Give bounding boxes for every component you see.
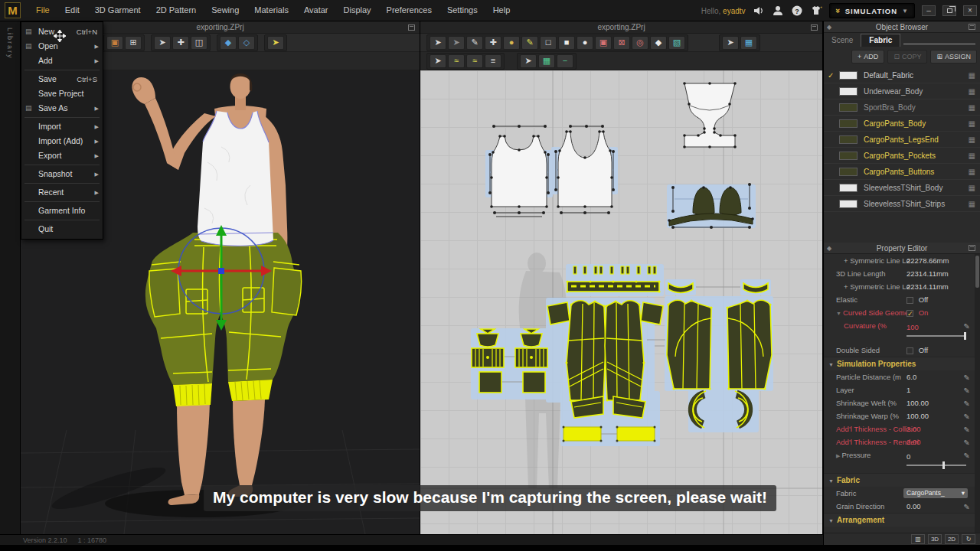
property-value[interactable]: 6.0 [906,370,916,383]
property-value[interactable]: 22314.11mm [906,280,949,293]
menu-display[interactable]: Display [336,0,379,21]
menu-settings[interactable]: Settings [439,0,485,21]
diamond-dart-icon[interactable]: ◆ [650,36,667,50]
view-2d-button[interactable]: 2D [945,534,959,544]
close-button[interactable]: × [963,5,977,16]
canvas-2d[interactable] [420,70,822,534]
circle-tool-icon[interactable]: ● [577,36,593,50]
fabric-row-cargopants_body[interactable]: CargoPants_Body▦ [824,116,980,132]
edit-pencil-icon[interactable]: ✎ [964,384,970,397]
speaker-icon[interactable] [753,5,765,17]
simulation-button[interactable]: » SIMULATION ▼ [829,3,915,18]
file-menu-item-quit[interactable]: Quit [21,222,103,236]
pattern-tank-front[interactable] [488,125,550,217]
grade-line-icon[interactable]: − [557,54,573,68]
restore-button[interactable] [942,5,956,16]
copy-button[interactable]: ⊡COPY [887,50,927,64]
property-value[interactable]: 2.00 [906,422,921,435]
fabric-row-cargopants_legsend[interactable]: CargoPants_LegsEnd▦ [824,132,980,148]
transform-template-icon[interactable]: ➤ [448,36,465,50]
grade-grid-icon[interactable]: ▦ [538,54,555,68]
property-value[interactable]: 1 [906,383,910,396]
section-arrangement[interactable]: ▼Arrangement [824,513,975,527]
dart-tool-icon[interactable]: ▣ [595,36,612,50]
checkbox[interactable] [906,297,913,304]
file-menu-item-export[interactable]: Export▶ [21,148,103,163]
file-menu-item-import[interactable]: Import▶ [21,119,103,134]
pattern-pant-back-right[interactable] [726,299,772,390]
minimize-button[interactable]: – [922,5,936,16]
free-sew-icon[interactable]: ≈ [448,54,465,68]
pattern-cuff-strip-right[interactable] [616,426,656,442]
show-garment-icon[interactable]: ◆ [220,36,237,50]
pin-icon[interactable]: ◆ [827,245,831,252]
edit-pencil-icon[interactable]: ✎ [964,371,970,384]
slider-track[interactable] [906,335,966,337]
file-menu-item-save-project[interactable]: Save Project [21,86,103,101]
texture-edit-icon[interactable]: ▦ [740,36,757,50]
pattern-waistband-piece[interactable] [566,280,660,292]
menu-2d-pattern[interactable]: 2D Pattern [149,0,204,21]
texture-icon[interactable]: ▦ [969,152,975,160]
slider-value[interactable]: 0 [906,450,966,460]
file-menu-item-save[interactable]: SaveCtrl+S [21,72,103,86]
edit-pencil-icon[interactable]: ✎ [964,449,970,462]
texture-icon[interactable]: ▦ [969,71,975,80]
slider-thumb[interactable] [964,332,966,340]
fabric-row-sleevelesstshirt_body[interactable]: SleevelessTShirt_Body▦ [824,180,980,196]
file-menu-item-snapshot[interactable]: Snapshot▶ [21,167,103,181]
fabric-row-sportbra_body[interactable]: SportBra_Body▦ [824,99,980,116]
sync-view-icon[interactable]: ↻ [962,534,975,544]
maximize-viewport-icon[interactable] [408,24,415,31]
menu-help[interactable]: Help [485,0,518,21]
library-panel-collapsed[interactable]: Library [0,21,21,534]
menu-materials[interactable]: Materials [247,0,296,21]
round-dart-icon[interactable]: ◎ [632,36,648,50]
slider-track[interactable] [906,465,966,466]
pattern-pant-back-left[interactable] [667,299,713,390]
pattern-tank-back[interactable] [554,125,615,214]
section-simulation-properties[interactable]: ▼Simulation Properties [824,357,975,370]
open-capture-icon[interactable]: ⊞ [125,36,142,50]
property-scrollbar[interactable] [975,254,980,533]
edit-curve-point-icon[interactable]: ✚ [485,36,501,50]
file-menu-item-garment-info[interactable]: Garment Info [21,204,103,218]
avatar-3d[interactable] [132,73,301,505]
property-value[interactable]: 100.00 [906,396,929,409]
slider-value[interactable]: 100 [906,321,966,331]
file-menu-item-import-add-[interactable]: Import (Add)▶ [21,134,103,148]
show-avatar-icon[interactable]: ◇ [238,36,255,50]
slider-thumb[interactable] [942,461,945,469]
edit-pencil-icon[interactable]: ✎ [964,397,970,410]
mn-segment-sew-icon[interactable]: ≡ [485,54,501,68]
avatar-tape-icon[interactable]: ◫ [191,36,207,50]
help-icon[interactable]: ? [791,5,803,17]
texture-icon[interactable]: ▦ [969,87,975,96]
menu-edit[interactable]: Edit [57,0,87,21]
texture-icon[interactable]: ▦ [969,168,975,176]
tab-fabric[interactable]: Fabric [861,34,900,47]
maximize-viewport-icon[interactable] [811,24,818,31]
fabric-row-cargopants_buttons[interactable]: CargoPants_Buttons▦ [824,164,980,180]
fabric-row-default_fabric[interactable]: ✓Default_Fabric▦ [824,67,980,83]
menu-3d-garment[interactable]: 3D Garment [87,0,149,21]
file-menu-item-recent[interactable]: Recent▶ [21,185,103,200]
pattern-pocket-square-right[interactable] [523,372,545,393]
pleats-tool-icon[interactable]: ▧ [668,36,685,50]
fabric-row-sleevelesstshirt_strips[interactable]: SleevelessTShirt_Strips▦ [824,196,980,212]
assign-button[interactable]: ⊞ASSIGN [930,50,977,64]
mn-free-sew-icon[interactable]: ≈ [466,54,483,68]
property-value[interactable]: 22278.66mm [906,254,949,267]
account-icon[interactable] [772,5,784,17]
undock-panel-icon[interactable] [969,245,975,251]
pin-icon[interactable]: ◆ [827,24,831,31]
segment-sew-icon[interactable]: ➤ [430,54,446,68]
simulate-icon[interactable]: ➤ [267,36,284,50]
garment-store-icon[interactable]: + [810,5,822,17]
view-3d-button[interactable]: 3D [928,534,942,544]
property-value[interactable]: 100.00 [906,409,929,422]
fabric-dropdown[interactable]: CargoPants_▾ [903,488,968,498]
edit-pencil-icon[interactable]: ✎ [964,320,970,333]
pattern-cuff-strip-left[interactable] [563,426,603,442]
fabric-row-cargopants_pockets[interactable]: CargoPants_Pockets▦ [824,148,980,164]
